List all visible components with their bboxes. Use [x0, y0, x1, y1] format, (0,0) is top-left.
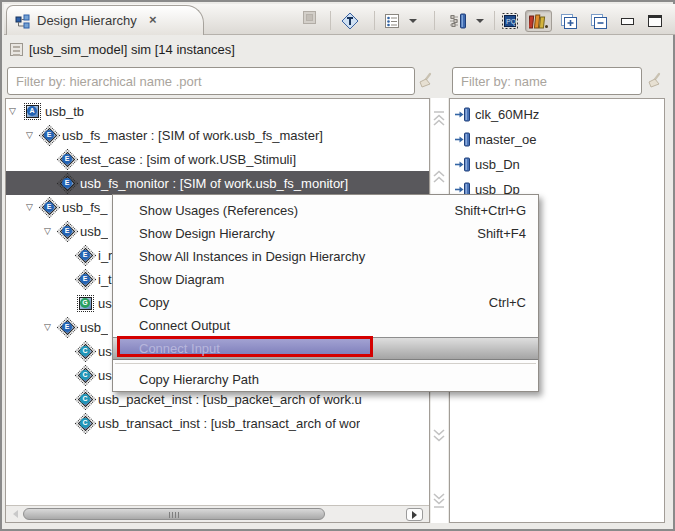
menu-item-shortcut: Shift+Ctrl+G: [454, 203, 526, 218]
icon-letter: E: [80, 274, 90, 284]
view-list-icon[interactable]: [384, 11, 400, 31]
tree-row-label: usb_tb: [45, 104, 84, 119]
tree-row-label: usb_fs_: [62, 200, 108, 215]
scrollbar-right-arrow[interactable]: [406, 508, 423, 521]
tree-row-label: us: [98, 368, 112, 383]
scrollbar-left-arrow[interactable]: [8, 508, 22, 520]
menu-separator: [113, 360, 538, 368]
entity-instance-icon: E: [59, 151, 76, 168]
filter-dropdown-chevron[interactable]: [475, 11, 485, 31]
scroll-down-icon[interactable]: [432, 428, 447, 442]
port-label: master_oe: [475, 132, 536, 147]
libraries-toggle-icon[interactable]: [525, 10, 552, 32]
view-list-dropdown-chevron[interactable]: [408, 11, 418, 31]
minimize-icon[interactable]: [620, 11, 635, 31]
menu-item-shortcut: Ctrl+C: [489, 295, 526, 310]
icon-letter: E: [62, 154, 72, 164]
port-row[interactable]: master_oe: [450, 127, 664, 152]
input-port-icon: [454, 157, 471, 172]
architecture-chip-icon: A: [24, 103, 41, 120]
scrollbar-thumb[interactable]: [23, 508, 325, 520]
testbench-diamond-icon[interactable]: [341, 11, 359, 31]
icon-letter: C: [80, 418, 90, 428]
component-instance-icon: C: [77, 415, 94, 432]
expand-all-icon[interactable]: [560, 11, 578, 31]
toolbar-separator: [434, 11, 435, 30]
hierarchy-filter-input[interactable]: [7, 67, 415, 95]
menu-item-show-design-hierarchy[interactable]: Show Design HierarchyShift+F4: [113, 222, 538, 245]
name-filter-input[interactable]: [452, 67, 642, 95]
tab-close-icon[interactable]: ×: [145, 13, 161, 29]
maximize-icon[interactable]: [647, 11, 663, 31]
selection-header: [usb_sim_model] sim [14 instances]: [4, 35, 675, 64]
port-label: usb_Dn: [475, 157, 520, 172]
input-port-icon: [454, 107, 471, 122]
component-instance-icon: C: [77, 367, 94, 384]
tree-row-label: i_t: [98, 272, 112, 287]
menu-item-show-all-instances-in-design-hierarchy[interactable]: Show All Instances in Design Hierarchy: [113, 245, 538, 268]
tree-row[interactable]: ▽Eusb_fs_master : [SIM of work.usb_fs_ma…: [6, 123, 429, 147]
expander-open-icon[interactable]: ▽: [44, 226, 59, 236]
icon-letter: E: [44, 202, 54, 212]
tree-row-label: usb_: [80, 320, 108, 335]
menu-item-label: Connect Input: [139, 341, 526, 356]
menu-item-show-diagram[interactable]: Show Diagram: [113, 268, 538, 291]
tree-row[interactable]: Eusb_fs_monitor : [SIM of work.usb_fs_mo…: [6, 171, 429, 195]
entity-instance-icon: E: [59, 175, 76, 192]
chip-instances-icon[interactable]: PQ: [501, 11, 519, 31]
generate-block-icon: G: [77, 295, 94, 312]
tree-row[interactable]: Cusb_transact_inst : [usb_transact_arch …: [6, 411, 429, 435]
scroll-up-icon[interactable]: [432, 170, 447, 184]
port-row[interactable]: clk_60MHz: [450, 102, 664, 127]
menu-item-label: Show Design Hierarchy: [139, 226, 477, 241]
tree-row-label: usb_fs_monitor : [SIM of work.usb_fs_mon…: [80, 176, 348, 191]
expander-open-icon[interactable]: ▽: [26, 202, 41, 212]
tree-row-label: usb_transact_inst : [usb_transact_arch o…: [98, 416, 360, 431]
tree-row[interactable]: ▽Ausb_tb: [6, 99, 429, 123]
menu-item-connect-input[interactable]: Connect Input: [113, 337, 538, 360]
expander-open-icon[interactable]: ▽: [26, 130, 41, 140]
menu-item-copy-hierarchy-path[interactable]: Copy Hierarchy Path: [113, 368, 538, 391]
clear-filter-broom-icon[interactable]: [417, 72, 435, 90]
input-port-icon: [454, 132, 471, 147]
menu-item-label: Connect Output: [139, 318, 526, 333]
filter-sliders-icon[interactable]: [449, 11, 467, 31]
sim-config-icon: [10, 43, 23, 56]
menu-item-copy[interactable]: CopyCtrl+C: [113, 291, 538, 314]
tree-row-label: us: [98, 296, 112, 311]
toolbar-separator: [374, 11, 375, 30]
component-instance-icon: C: [77, 391, 94, 408]
tab-bar: Design Hierarchy ×: [4, 4, 675, 35]
menu-item-label: Show All Instances in Design Hierarchy: [139, 249, 526, 264]
expander-open-icon[interactable]: ▽: [44, 322, 59, 332]
entity-instance-icon: E: [77, 247, 94, 264]
tree-row-label: usb_packet_inst : [usb_packet_arch of wo…: [98, 392, 362, 407]
icon-letter: E: [44, 130, 54, 140]
menu-item-connect-output[interactable]: Connect Output: [113, 314, 538, 337]
entity-instance-icon: E: [59, 319, 76, 336]
icon-letter: E: [62, 322, 72, 332]
tree-row[interactable]: Etest_case : [sim of work.USB_Stimuli]: [6, 147, 429, 171]
menu-item-label: Show Usages (References): [139, 203, 454, 218]
menu-item-label: Copy: [139, 295, 489, 310]
tree-row-label: usb_fs_master : [SIM of work.usb_fs_mast…: [62, 128, 323, 143]
expander-open-icon[interactable]: ▽: [9, 106, 24, 116]
icon-letter: E: [62, 178, 72, 188]
tree-row-label: us: [98, 344, 112, 359]
tree-row-label: i_r: [98, 248, 112, 263]
svg-text:PQ: PQ: [506, 18, 517, 26]
tab-design-hierarchy[interactable]: Design Hierarchy ×: [6, 5, 204, 35]
horizontal-scrollbar[interactable]: [6, 505, 429, 522]
clear-filter-broom-icon[interactable]: [646, 72, 664, 90]
menu-item-show-usages-references[interactable]: Show Usages (References)Shift+Ctrl+G: [113, 199, 538, 222]
scroll-to-top-icon[interactable]: [432, 110, 447, 127]
entity-instance-icon: E: [59, 223, 76, 240]
context-menu: Show Usages (References)Shift+Ctrl+GShow…: [112, 194, 539, 392]
collapse-all-icon[interactable]: [590, 11, 608, 31]
entity-instance-icon: E: [41, 199, 58, 216]
scroll-to-bottom-icon[interactable]: [432, 492, 447, 509]
icon-letter: E: [62, 226, 72, 236]
toolbar-separator: [494, 11, 495, 30]
port-row[interactable]: usb_Dn: [450, 152, 664, 177]
port-label: clk_60MHz: [475, 107, 539, 122]
